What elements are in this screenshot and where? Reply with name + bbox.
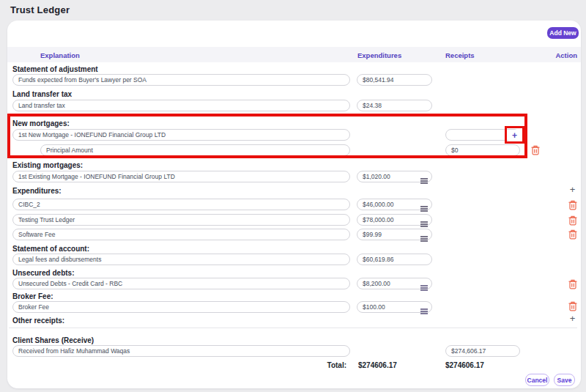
expenditure-input-ltt[interactable]: [357, 100, 432, 111]
total-expenditures: $274606.17: [358, 361, 397, 369]
explanation-input-soa[interactable]: [12, 74, 350, 86]
add-new-button[interactable]: Add New: [547, 27, 579, 39]
total-receipts: $274606.17: [445, 361, 484, 369]
header-action: Action: [555, 51, 577, 59]
list-icon[interactable]: [420, 217, 428, 223]
expenditure-field-broker-fee: [357, 301, 432, 313]
list-icon[interactable]: [420, 304, 428, 310]
section-label-land-transfer-tax: Land transfer tax: [12, 90, 72, 98]
explanation-input-broker-fee[interactable]: [12, 301, 350, 313]
expenditure-field-ltt: [357, 100, 432, 111]
section-label-unsecured-debts: Unsecured debts:: [12, 269, 74, 277]
expenditure-field-2: [357, 214, 432, 226]
section-label-other-receipts: Other receipts:: [12, 317, 64, 325]
receipt-input-principal-amount[interactable]: [445, 144, 520, 156]
delete-broker-fee-button[interactable]: [568, 301, 577, 312]
section-divider: [9, 328, 577, 328]
table-header-row: Explanation Expenditures Receipts Action: [7, 47, 581, 62]
expenditure-field-existing-mortgage: [357, 171, 432, 182]
header-explanation: Explanation: [40, 51, 80, 59]
expenditure-input-soa[interactable]: [357, 74, 432, 86]
delete-expenditure-3-button[interactable]: [568, 229, 577, 240]
explanation-input-ltt[interactable]: [12, 100, 350, 111]
add-other-receipt-button[interactable]: +: [568, 314, 577, 323]
receipt-input-client-shares[interactable]: [445, 345, 520, 357]
expenditure-field-account: [357, 254, 432, 265]
add-expenditure-button[interactable]: +: [568, 185, 577, 194]
explanation-input-unsecured[interactable]: [12, 278, 350, 289]
section-label-expenditures: Expenditures:: [12, 187, 62, 195]
trash-icon: [568, 301, 577, 311]
expenditure-field-soa: [357, 74, 432, 86]
explanation-input-expenditure-2[interactable]: [12, 214, 350, 226]
add-principal-button[interactable]: +: [508, 130, 521, 141]
list-icon[interactable]: [420, 232, 428, 237]
trash-icon: [531, 145, 540, 155]
list-icon[interactable]: [420, 174, 428, 180]
cancel-button[interactable]: Cancel: [525, 374, 549, 386]
total-label: Total:: [310, 361, 346, 369]
delete-expenditure-1-button[interactable]: [568, 200, 577, 211]
expenditure-field-3: [357, 229, 432, 240]
delete-unsecured-button[interactable]: [568, 279, 577, 290]
section-label-client-shares: Client Shares (Receive): [12, 336, 94, 344]
expenditure-input-account[interactable]: [357, 254, 432, 265]
delete-principal-button[interactable]: [530, 145, 540, 156]
section-label-statement-of-account: Statement of account:: [12, 245, 89, 253]
page-title: Trust Ledger: [10, 4, 70, 15]
trash-icon: [568, 279, 577, 289]
explanation-input-new-mortgage[interactable]: [12, 129, 350, 141]
list-icon[interactable]: [420, 201, 428, 207]
save-button[interactable]: Save: [554, 374, 575, 386]
section-label-existing-mortgages: Existing mortgages:: [12, 161, 83, 169]
explanation-input-account[interactable]: [12, 254, 350, 265]
trash-icon: [568, 200, 577, 210]
delete-expenditure-2-button[interactable]: [568, 215, 577, 226]
explanation-input-expenditure-3[interactable]: [12, 229, 350, 240]
explanation-input-existing-mortgage[interactable]: [12, 171, 350, 182]
explanation-input-expenditure-1[interactable]: [12, 199, 350, 210]
section-label-statement-of-adjustment: Statement of adjustment: [12, 65, 98, 73]
header-expenditures: Expenditures: [357, 51, 401, 59]
trash-icon: [568, 229, 577, 240]
section-label-new-mortgages: New mortgages:: [12, 119, 70, 127]
trash-icon: [568, 215, 577, 226]
expenditure-field-unsecured: [357, 278, 432, 289]
expenditure-field-1: [357, 199, 432, 210]
section-label-broker-fee: Broker Fee:: [12, 292, 53, 300]
explanation-input-principal-amount[interactable]: [40, 144, 350, 156]
list-icon[interactable]: [420, 281, 428, 286]
header-receipts: Receipts: [445, 51, 475, 59]
explanation-input-client-shares[interactable]: [12, 345, 350, 357]
